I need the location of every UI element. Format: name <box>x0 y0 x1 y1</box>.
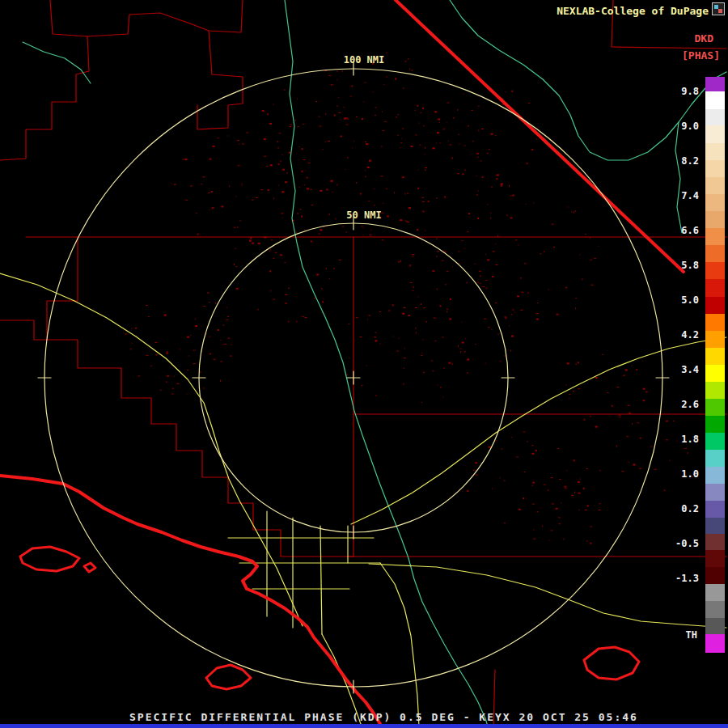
colorbar-segment <box>705 245 725 262</box>
colorbar-tick-label: 9.0 <box>662 121 699 132</box>
product-legend-text: SPECIFIC DIFFERENTIAL PHASE (KDP) 0.5 DE… <box>129 711 638 723</box>
islands <box>20 547 639 689</box>
colorbar-tick-label: 9.8 <box>662 86 699 97</box>
rivers <box>23 0 726 726</box>
radar-speckles <box>125 53 695 544</box>
colorbar-bottom-label: TH <box>686 629 697 641</box>
colorbar-tick-label: 8.2 <box>662 155 699 167</box>
colorbar-segment <box>705 91 725 109</box>
bottom-blue-bar <box>0 724 728 728</box>
colorbar-segment <box>705 160 725 177</box>
colorbar-segment <box>705 416 725 433</box>
roads <box>0 273 726 726</box>
colorbar-segment <box>705 484 725 501</box>
colorbar-segment <box>705 601 725 618</box>
colorbar-tick-label: 4.2 <box>662 329 699 341</box>
radar-display: 50 NMI100 NMI NEXLAB-College of DuPage D… <box>0 0 728 728</box>
colorbar-tick-label: 6.6 <box>662 225 699 236</box>
colorbar-segment <box>705 518 725 534</box>
colorbar-segment <box>705 297 725 314</box>
colorbar-segment <box>705 331 725 348</box>
colorbar-tick-label: -1.3 <box>662 573 699 584</box>
colorbar-tick-label: 1.8 <box>662 434 699 445</box>
colorbar-segment <box>705 584 725 601</box>
colorbar-segment <box>705 618 725 634</box>
colorbar-tick-label: 2.6 <box>662 399 699 410</box>
colorbar-segment <box>705 550 725 567</box>
colorbar-tick-label: -0.5 <box>662 538 699 549</box>
range-ring-label: 50 NMI <box>346 210 381 221</box>
county-boundaries <box>0 0 726 726</box>
colorbar-segment <box>705 501 725 518</box>
cod-logo-icon <box>712 2 725 15</box>
colorbar-segment <box>705 143 725 160</box>
colorbar-segment <box>705 399 725 416</box>
colorbar-segment <box>705 634 725 653</box>
colorbar-segment <box>705 109 725 125</box>
colorbar-segment <box>705 534 725 550</box>
state-line <box>396 0 684 272</box>
range-ring-label: 100 NMI <box>344 54 385 66</box>
colorbar-tick-label: 1.0 <box>662 468 699 480</box>
colorbar-segment <box>705 314 725 331</box>
colorbar-segment <box>705 382 725 399</box>
colorbar-segment <box>705 125 725 143</box>
colorbar-segment <box>705 467 725 484</box>
radar-map: 50 NMI100 NMI <box>0 0 728 728</box>
colorbar-tick-label: 3.4 <box>662 364 699 375</box>
colorbar-tick-label: 0.2 <box>662 503 699 514</box>
colorbar-segment <box>705 211 725 228</box>
range-rings: 50 NMI100 NMI <box>38 54 669 693</box>
colorbar-segment <box>705 228 725 245</box>
colorbar-segment <box>705 365 725 382</box>
colorbar-segment <box>705 194 725 211</box>
colorbar-segment <box>705 450 725 467</box>
colorbar-tick-label: 7.4 <box>662 190 699 201</box>
colorbar-segment <box>705 348 725 365</box>
colorbar <box>705 77 725 653</box>
colorbar-segment <box>705 433 725 450</box>
colorbar-tick-label: 5.8 <box>662 260 699 271</box>
colorbar-segment <box>705 567 725 584</box>
colorbar-tick-label: 5.0 <box>662 294 699 306</box>
site-title: NEXLAB-College of DuPage <box>557 5 709 17</box>
colorbar-segment <box>705 279 725 297</box>
product-unit-label: [PHAS] <box>682 49 720 61</box>
coastline <box>0 476 382 728</box>
product-code: DKD <box>695 32 713 44</box>
colorbar-segment <box>705 262 725 279</box>
colorbar-segment <box>705 177 725 194</box>
colorbar-segment <box>705 77 725 91</box>
